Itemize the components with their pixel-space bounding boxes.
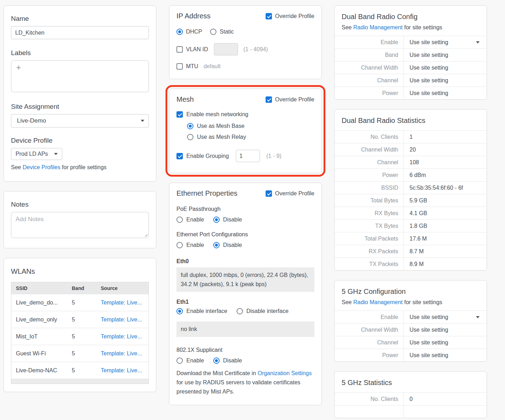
- mtu-default-value: default: [204, 63, 221, 70]
- stat-label: [335, 406, 404, 418]
- stat-row: Channel Width20: [335, 143, 487, 156]
- name-label: Name: [11, 15, 149, 23]
- stat-value-text: 0: [410, 396, 413, 402]
- chevron-down-icon: [54, 153, 58, 155]
- stat-value-text: 17.6 M: [410, 236, 427, 242]
- device-profiles-link[interactable]: Device Profiles: [23, 164, 60, 170]
- radio-management-link[interactable]: Radio Management: [353, 24, 403, 30]
- eth1-enable-radio[interactable]: [176, 308, 183, 314]
- stat-row: [335, 405, 487, 418]
- poe-enable-radio[interactable]: [176, 217, 183, 223]
- static-radio[interactable]: [210, 29, 216, 35]
- notes-textarea[interactable]: Add Notes: [11, 212, 149, 238]
- table-row: Guest Wi-Fi 5 Template: Live...: [11, 345, 149, 362]
- stat-row: No. Clients1: [335, 130, 487, 143]
- template-link[interactable]: Template: Live...: [101, 300, 142, 306]
- dual-band-config-title: Dual Band Radio Config: [342, 13, 480, 21]
- stat-row: Total Packets17.6 M: [335, 232, 487, 245]
- override-profile-checkbox[interactable]: [266, 13, 272, 19]
- vlan-id-label: VLAN ID: [186, 46, 208, 53]
- ghz5-stats-card: 5 GHz Statistics No. Clients 0: [334, 371, 487, 418]
- template-link[interactable]: Template: Live...: [101, 317, 142, 323]
- source-cell: Template: Live...: [101, 367, 149, 374]
- eth1-disable-radio[interactable]: [237, 308, 243, 314]
- config-row: Enable Use site setting: [335, 36, 487, 48]
- mtu-checkbox[interactable]: [176, 63, 183, 70]
- stat-row: BSSID5c:5b:35:54:6f:60 - 6f: [335, 181, 487, 194]
- band-cell: 5: [72, 367, 101, 374]
- wlans-card: WLANs SSID Band Source Live_demo_do... 5…: [4, 258, 156, 392]
- row-value-text: Use site setting: [410, 339, 448, 346]
- poe-disable-radio[interactable]: [213, 217, 220, 223]
- ssid-cell: Live-Demo-NAC: [16, 367, 72, 374]
- port-config-enable-label: Enable: [186, 242, 204, 248]
- stat-label: TX Packets: [335, 258, 404, 270]
- note-text: See: [11, 164, 23, 170]
- ssid-cell: Live_demo_only: [16, 317, 72, 323]
- device-profile-select[interactable]: Prod LD APs: [11, 148, 62, 160]
- port-config-disable-radio[interactable]: [213, 242, 220, 248]
- override-profile-checkbox[interactable]: [266, 96, 272, 103]
- supplicant-enable-radio[interactable]: [176, 357, 183, 364]
- source-cell: Template: Live...: [101, 350, 149, 357]
- stat-value: 6 dBm: [404, 172, 487, 178]
- supplicant-disable-radio[interactable]: [213, 357, 220, 364]
- add-label-button[interactable]: +: [16, 63, 21, 72]
- stat-row: Power6 dBm: [335, 168, 487, 181]
- vlan-id-checkbox[interactable]: [176, 46, 183, 53]
- site-assignment-label: Site Assignment: [11, 103, 149, 111]
- table-row: Mist_IoT 5 Template: Live...: [11, 328, 149, 345]
- radio-management-link[interactable]: Radio Management: [353, 299, 403, 305]
- stat-value: 5c:5b:35:54:6f:60 - 6f: [404, 185, 487, 191]
- row-label: Channel Width: [335, 61, 404, 74]
- notes-card: Notes Add Notes: [4, 191, 156, 248]
- stat-value: 8.9 M: [404, 261, 487, 267]
- wlans-title: WLANs: [11, 267, 149, 276]
- template-link[interactable]: Template: Live...: [101, 350, 142, 356]
- stat-value: 1: [404, 134, 487, 140]
- stat-label: Channel Width: [335, 143, 404, 156]
- vlan-id-input[interactable]: [214, 43, 238, 55]
- labels-box[interactable]: +: [11, 60, 149, 92]
- note-text: for use by RADIUS servers to validate ce…: [176, 379, 300, 395]
- source-cell: Template: Live...: [101, 300, 149, 306]
- stat-row: RX Packets8.7 M: [335, 245, 487, 258]
- device-profile-note: See Device Profiles for profile settings: [11, 164, 149, 171]
- right-column: Dual Band Radio Config See Radio Managem…: [334, 5, 487, 420]
- note-text: for site settings: [403, 299, 442, 305]
- poe-enable-label: Enable: [186, 217, 204, 223]
- stat-value: 20: [404, 147, 487, 153]
- override-profile-label: Override Profile: [275, 96, 314, 103]
- row-label: Channel: [335, 74, 404, 87]
- eth1-disable-label: Disable interface: [246, 308, 289, 314]
- notes-title: Notes: [11, 201, 149, 208]
- stat-row: TX Packets8.9 M: [335, 258, 487, 270]
- eth1-label: Eth1: [176, 299, 314, 305]
- stat-value: 5.9 GB: [404, 197, 487, 204]
- template-link[interactable]: Template: Live...: [101, 367, 142, 373]
- enable-mesh-checkbox[interactable]: [176, 111, 183, 118]
- mesh-base-radio[interactable]: [187, 123, 193, 129]
- mesh-relay-radio[interactable]: [187, 134, 193, 140]
- site-assignment-select[interactable]: Live-Demo: [11, 114, 149, 128]
- grouping-input[interactable]: [236, 150, 260, 162]
- band-cell: 5: [72, 300, 101, 306]
- ghz5-config-card: 5 GHz Configuration See Radio Management…: [334, 280, 487, 362]
- resize-handle[interactable]: [144, 233, 147, 237]
- enable-dropdown[interactable]: Use site setting: [404, 39, 487, 46]
- enable-grouping-checkbox[interactable]: [176, 153, 183, 159]
- template-link[interactable]: Template: Live...: [101, 333, 142, 339]
- ap-config-page: Name Labels + Site Assignment Live-Demo …: [0, 0, 505, 420]
- row-value: Use site setting: [404, 65, 487, 71]
- stat-label: BSSID: [335, 182, 404, 194]
- chevron-down-icon: [476, 316, 480, 318]
- name-input[interactable]: [11, 26, 149, 39]
- override-profile-label: Override Profile: [275, 13, 314, 19]
- poe-passthrough-label: PoE Passthrough: [176, 206, 314, 212]
- enable-dropdown[interactable]: Use site setting: [404, 314, 487, 320]
- organization-settings-link[interactable]: Organization Settings: [257, 370, 312, 376]
- override-profile-checkbox[interactable]: [266, 190, 272, 197]
- stat-label: RX Bytes: [335, 207, 404, 219]
- port-config-enable-radio[interactable]: [176, 242, 183, 248]
- dhcp-radio[interactable]: [176, 29, 183, 35]
